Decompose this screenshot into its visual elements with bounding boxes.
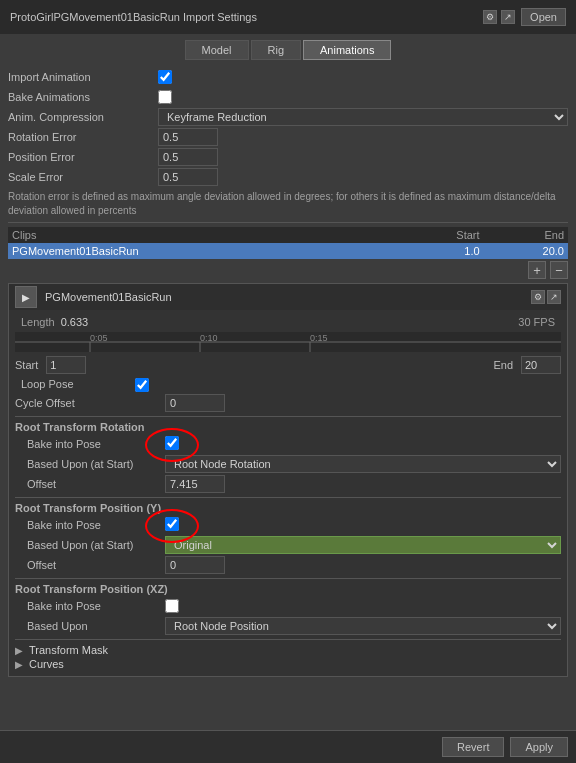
fps-value: 30 FPS [518,316,555,328]
position-y-offset-row: Offset [15,556,561,574]
curves-arrow: ▶ [15,659,27,670]
svg-text:0:05: 0:05 [90,333,108,343]
bottom-bar: Revert Apply [0,730,576,763]
position-y-bake-checkbox[interactable] [165,517,179,531]
remove-clip-button[interactable]: − [550,261,568,279]
revert-button[interactable]: Revert [442,737,504,757]
start-label: Start [15,359,38,371]
position-y-offset-label: Offset [15,559,165,571]
root-transform-rotation-header: Root Transform Rotation [15,421,561,433]
start-col-header: Start [394,227,484,243]
rotation-offset-label: Offset [15,478,165,490]
clips-table: Clips Start End PGMovement01BasicRun 1.0… [8,227,568,259]
clip-settings-icon[interactable]: ⚙ [531,290,545,304]
position-y-based-upon-row: Based Upon (at Start) Original [15,536,561,554]
clip-detail-header: ▶ PGMovement01BasicRun ⚙ ↗ [9,284,567,310]
curves-label: Curves [29,658,64,670]
clip-detail-panel: ▶ PGMovement01BasicRun ⚙ ↗ Length 0.633 … [8,283,568,677]
position-y-based-upon-label: Based Upon (at Start) [15,539,165,551]
clip-start-cell: 1.0 [394,243,484,259]
bake-animations-checkbox[interactable] [158,90,172,104]
transform-mask-label: Transform Mask [29,644,108,656]
clip-play-button[interactable]: ▶ [15,286,37,308]
length-row: Length 0.633 30 FPS [15,314,561,330]
position-xz-bake-label: Bake into Pose [15,600,165,612]
tab-rig[interactable]: Rig [251,40,302,60]
position-xz-bake-checkbox[interactable] [165,599,179,613]
open-button[interactable]: Open [521,8,566,26]
root-transform-position-y-header: Root Transform Position (Y) [15,502,561,514]
rotation-offset-row: Offset [15,475,561,493]
root-transform-position-xz-header: Root Transform Position (XZ) [15,583,561,595]
anim-compression-dropdown[interactable]: Keyframe Reduction [158,108,568,126]
add-clip-button[interactable]: + [528,261,546,279]
position-error-label: Position Error [8,151,158,163]
end-value-input[interactable] [521,356,561,374]
table-row[interactable]: PGMovement01BasicRun 1.0 20.0 [8,243,568,259]
anim-compression-label: Anim. Compression [8,111,158,123]
cycle-offset-label: Cycle Offset [15,397,165,409]
anim-compression-row: Anim. Compression Keyframe Reduction [8,108,568,126]
start-value-input[interactable] [46,356,86,374]
position-y-offset-input[interactable] [165,556,225,574]
bake-animations-label: Bake Animations [8,91,158,103]
scale-error-label: Scale Error [8,171,158,183]
clip-end-cell: 20.0 [484,243,568,259]
rotation-based-upon-dropdown[interactable]: Root Node Rotation [165,455,561,473]
scale-error-input[interactable] [158,168,218,186]
tab-animations[interactable]: Animations [303,40,391,60]
rotation-bake-row: Bake into Pose [15,435,561,453]
settings-icon[interactable]: ⚙ [483,10,497,24]
loop-pose-checkbox[interactable] [135,378,149,392]
rotation-based-upon-label: Based Upon (at Start) [15,458,165,470]
end-col-header: End [484,227,568,243]
cycle-offset-input[interactable] [165,394,225,412]
tabs-row: Model Rig Animations [0,34,576,64]
clip-external-icon[interactable]: ↗ [547,290,561,304]
clip-detail-name: PGMovement01BasicRun [45,291,531,303]
position-xz-based-upon-dropdown[interactable]: Root Node Position [165,617,561,635]
position-xz-bake-row: Bake into Pose [15,597,561,615]
position-y-bake-row: Bake into Pose [15,516,561,534]
clips-col-header: Clips [8,227,394,243]
tab-model[interactable]: Model [185,40,249,60]
position-error-row: Position Error [8,148,568,166]
clip-name-cell: PGMovement01BasicRun [8,243,394,259]
rotation-error-row: Rotation Error [8,128,568,146]
info-text: Rotation error is defined as maximum ang… [8,190,568,218]
title-bar: ProtoGirlPGMovement01BasicRun Import Set… [0,0,576,34]
length-value: 0.633 [61,316,89,328]
position-y-based-upon-dropdown[interactable]: Original [165,536,561,554]
curves-row[interactable]: ▶ Curves [15,658,561,670]
cycle-offset-row: Cycle Offset [15,394,561,412]
position-xz-based-upon-label: Based Upon [15,620,165,632]
apply-button[interactable]: Apply [510,737,568,757]
start-end-row: Start End [15,354,561,376]
rotation-error-label: Rotation Error [8,131,158,143]
import-animation-checkbox[interactable] [158,70,172,84]
timeline: 0:05 0:10 0:15 [15,332,561,352]
rotation-bake-checkbox[interactable] [165,436,179,450]
transform-mask-row[interactable]: ▶ Transform Mask [15,644,561,656]
import-animation-label: Import Animation [8,71,158,83]
position-xz-based-upon-row: Based Upon Root Node Position [15,617,561,635]
window-title: ProtoGirlPGMovement01BasicRun Import Set… [10,11,257,23]
import-animation-row: Import Animation [8,68,568,86]
loop-pose-label: Loop Pose [15,378,135,390]
rotation-offset-input[interactable] [165,475,225,493]
transform-mask-arrow: ▶ [15,645,27,656]
bake-animations-row: Bake Animations [8,88,568,106]
position-y-bake-label: Bake into Pose [15,519,165,531]
external-icon[interactable]: ↗ [501,10,515,24]
clips-add-row: + − [8,261,568,279]
loop-pose-row: Loop Pose [15,378,561,392]
rotation-based-upon-row: Based Upon (at Start) Root Node Rotation [15,455,561,473]
position-error-input[interactable] [158,148,218,166]
length-label: Length [21,316,55,328]
svg-text:0:10: 0:10 [200,333,218,343]
scale-error-row: Scale Error [8,168,568,186]
rotation-bake-label: Bake into Pose [15,438,165,450]
rotation-error-input[interactable] [158,128,218,146]
end-label: End [493,359,513,371]
svg-text:0:15: 0:15 [310,333,328,343]
